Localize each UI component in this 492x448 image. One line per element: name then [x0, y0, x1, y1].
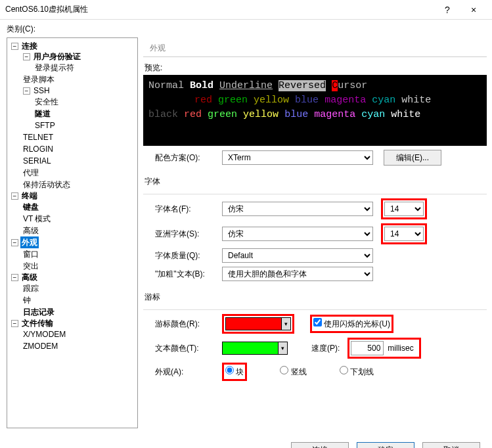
- scheme-label: 配色方案(O):: [143, 152, 222, 164]
- tree-telnet[interactable]: TELNET: [9, 131, 136, 143]
- collapse-icon[interactable]: −: [23, 87, 30, 95]
- tree-user-auth[interactable]: −用户身份验证: [9, 51, 136, 62]
- cursor-group-label: 游标: [143, 289, 487, 305]
- collapse-icon[interactable]: −: [11, 320, 18, 327]
- speed-label: 速度(P):: [311, 343, 340, 354]
- tree-sftp[interactable]: SFTP: [9, 120, 136, 131]
- help-button[interactable]: ?: [434, 1, 460, 19]
- asian-font-label: 亚洲字体(S):: [143, 229, 222, 240]
- window-title: CentOS6.10虚拟机属性: [5, 4, 434, 15]
- tree-connection[interactable]: −连接: [9, 41, 136, 51]
- font-name-label: 字体名(F):: [143, 204, 222, 215]
- bold-text-label: "加粗"文本(B):: [143, 269, 222, 280]
- preview-label: 预览:: [145, 62, 487, 74]
- category-tree[interactable]: −连接 −用户身份验证 登录提示符 登录脚本 −SSH 安全性 隧道 SFTP …: [7, 37, 138, 428]
- tree-login-prompt[interactable]: 登录提示符: [9, 62, 136, 74]
- font-quality-label: 字体质量(Q):: [143, 250, 222, 261]
- main-panel: 外观 预览: Normal Bold Underline Reversed Cu…: [141, 36, 492, 437]
- cursor-color-label: 游标颜色(R):: [143, 319, 222, 330]
- collapse-icon[interactable]: −: [11, 239, 18, 246]
- dropdown-icon[interactable]: ▾: [281, 318, 290, 330]
- tree-highlight[interactable]: 突出: [9, 260, 136, 272]
- tree-login-script[interactable]: 登录脚本: [9, 74, 136, 85]
- cursor-block-radio[interactable]: 块: [225, 366, 244, 378]
- collapse-icon[interactable]: −: [23, 53, 30, 60]
- tree-logging[interactable]: 日志记录: [9, 306, 136, 318]
- tree-serial[interactable]: SERIAL: [9, 155, 136, 167]
- cursor-vline-radio[interactable]: 竖线: [280, 366, 306, 378]
- tree-advanced2[interactable]: −高级: [9, 272, 136, 282]
- tree-vtmode[interactable]: VT 模式: [9, 213, 136, 225]
- tree-bell[interactable]: 钟: [9, 294, 136, 306]
- edit-scheme-button[interactable]: 编辑(E)...: [384, 150, 441, 166]
- tree-keyboard[interactable]: 键盘: [9, 201, 136, 213]
- font-size1-select[interactable]: 14: [384, 202, 424, 216]
- blink-cursor-checkbox[interactable]: 使用闪烁的光标(U): [313, 318, 390, 330]
- dialog-footer: 连接 确定 取消: [0, 437, 492, 448]
- tree-xymodem[interactable]: X/YMODEM: [9, 328, 136, 340]
- tree-tunnel[interactable]: 隧道: [9, 108, 136, 120]
- text-color-picker[interactable]: ▾: [222, 342, 288, 355]
- tree-terminal[interactable]: −终端: [9, 190, 136, 201]
- tree-rlogin[interactable]: RLOGIN: [9, 143, 136, 155]
- tree-zmodem[interactable]: ZMODEM: [9, 340, 136, 352]
- cursor-color-picker[interactable]: ▾: [225, 317, 291, 330]
- category-label: 类别(C):: [0, 20, 492, 36]
- collapse-icon[interactable]: −: [11, 43, 18, 50]
- cursor-uline-radio[interactable]: 下划线: [340, 366, 374, 378]
- tree-filetransfer[interactable]: −文件传输: [9, 318, 136, 328]
- ok-button[interactable]: 确定: [357, 442, 414, 448]
- speed-unit: millisec: [384, 344, 417, 353]
- dropdown-icon[interactable]: ▾: [278, 342, 287, 354]
- tree-trace[interactable]: 跟踪: [9, 282, 136, 294]
- collapse-icon[interactable]: −: [11, 192, 18, 200]
- bold-text-select[interactable]: 使用大胆的颜色和字体: [222, 267, 373, 281]
- tree-advanced[interactable]: 高级: [9, 225, 136, 236]
- preview-box: Normal Bold Underline Reversed Cursor re…: [143, 75, 487, 146]
- tree-proxy[interactable]: 代理: [9, 167, 136, 179]
- cancel-button[interactable]: 取消: [422, 442, 480, 448]
- speed-input[interactable]: [351, 341, 384, 355]
- close-button[interactable]: ×: [460, 1, 487, 19]
- asian-font-select[interactable]: 仿宋: [222, 227, 373, 241]
- collapse-icon[interactable]: −: [11, 274, 18, 281]
- tab-appearance: 外观: [143, 39, 487, 57]
- tree-security[interactable]: 安全性: [9, 96, 136, 108]
- tree-appearance[interactable]: −外观: [9, 236, 136, 248]
- tree-keepalive[interactable]: 保持活动状态: [9, 179, 136, 190]
- font-quality-select[interactable]: Default: [222, 248, 373, 263]
- cursor-appearance-label: 外观(A):: [143, 367, 222, 378]
- font-size2-select[interactable]: 14: [384, 227, 424, 241]
- scheme-select[interactable]: XTerm: [222, 150, 373, 165]
- tree-window[interactable]: 窗口: [9, 248, 136, 260]
- text-color-label: 文本颜色(T):: [143, 343, 222, 354]
- font-group-label: 字体: [143, 173, 487, 190]
- tree-ssh[interactable]: −SSH: [9, 85, 136, 96]
- font-name-select[interactable]: 仿宋: [222, 202, 373, 216]
- connect-button[interactable]: 连接: [291, 442, 349, 448]
- title-bar: CentOS6.10虚拟机属性 ? ×: [0, 0, 492, 20]
